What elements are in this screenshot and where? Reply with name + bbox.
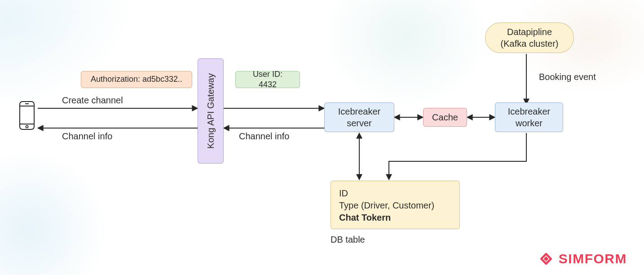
db-line2: Type (Driver, Customer) — [339, 200, 434, 212]
db-line1: ID — [339, 187, 348, 200]
cache-label: Cache — [432, 111, 458, 123]
brand-mark-icon — [538, 251, 554, 267]
auth-token-tag: Authorization: ad5bc332.. — [81, 71, 192, 88]
auth-token-text: Authorization: ad5bc332.. — [91, 74, 182, 84]
channel-info-left-label: Channel info — [62, 131, 112, 142]
user-id-text: User ID: 4432 — [243, 69, 292, 90]
booking-event-label: Booking event — [539, 72, 596, 82]
icebreaker-server-line1: Icebreaker — [338, 106, 381, 117]
brand-name: SIMFORM — [559, 251, 627, 266]
db-table-node: ID Type (Driver, Customer) Chat Tokern — [331, 181, 460, 229]
brand-logo: SIMFORM — [538, 251, 627, 267]
create-channel-label: Create channel — [62, 95, 123, 106]
db-line3: Chat Tokern — [339, 212, 391, 224]
db-table-caption: DB table — [331, 235, 365, 245]
mobile-device-icon — [17, 101, 37, 130]
user-id-tag: User ID: 4432 — [235, 71, 300, 88]
svg-point-11 — [26, 125, 28, 128]
icebreaker-worker-line2: worker — [508, 117, 551, 129]
icebreaker-worker-line1: Icebreaker — [508, 106, 551, 117]
datapipeline-node: Datapipline (Kafka cluster) — [485, 22, 574, 53]
icebreaker-worker-node: Icebreaker worker — [495, 102, 563, 132]
kong-api-gateway-label: Kong API Gateway — [205, 73, 216, 149]
icebreaker-server-line2: server — [338, 117, 381, 129]
datapipeline-line1: Datapipline — [501, 26, 559, 38]
kong-api-gateway-node: Kong API Gateway — [198, 58, 224, 164]
icebreaker-server-node: Icebreaker server — [324, 102, 394, 132]
channel-info-right-label: Channel info — [239, 131, 289, 142]
cache-node: Cache — [423, 108, 467, 127]
datapipeline-line2: (Kafka cluster) — [501, 38, 559, 49]
